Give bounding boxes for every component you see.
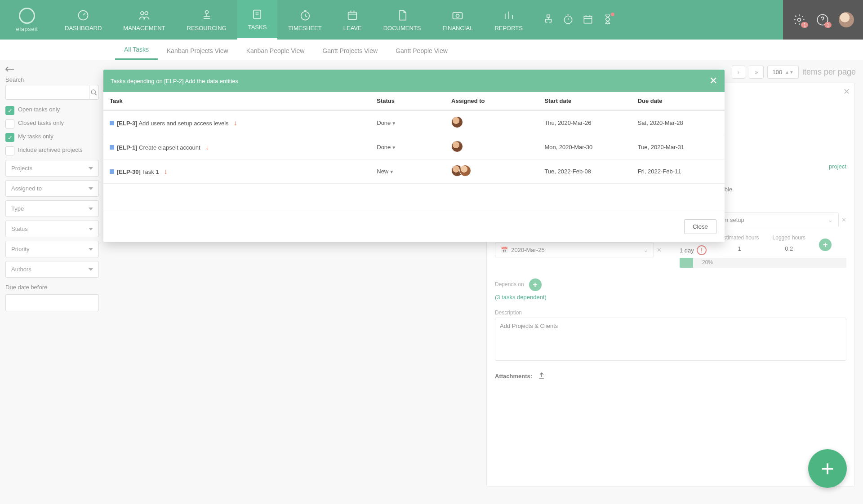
modal-table: Task Status Assigned to Start date Due d…	[103, 92, 725, 184]
svg-rect-7	[453, 13, 463, 19]
avatar	[459, 165, 471, 177]
col-start: Start date	[538, 92, 631, 111]
svg-point-1	[141, 11, 144, 14]
svg-point-12	[798, 18, 801, 22]
task-type-icon	[110, 121, 114, 125]
filter-status[interactable]: Status	[5, 221, 99, 237]
logged-label: Logged hours	[773, 234, 805, 241]
col-status: Status	[370, 92, 445, 111]
tab-kanban-projects[interactable]: Kanban Projects View	[158, 42, 237, 60]
filter-sidebar: Search ✓Open tasks only Closed tasks onl…	[0, 60, 104, 504]
filter-type[interactable]: Type	[5, 200, 99, 217]
nav-dashboard[interactable]: DASHBOARD	[54, 0, 112, 40]
logo[interactable]: elapseit	[0, 0, 54, 40]
svg-point-14	[91, 90, 95, 94]
nav-reports[interactable]: REPORTS	[484, 0, 534, 40]
svg-point-3	[205, 10, 208, 13]
chevron-down-icon	[89, 228, 93, 230]
svg-point-2	[145, 11, 148, 14]
description-input[interactable]: Add Projects & Clients	[495, 318, 846, 361]
modal-title: Tasks depending on [ELP-2] Add the data …	[111, 78, 238, 84]
status-cell[interactable]: Done▼	[370, 135, 445, 159]
help-icon[interactable]: 1	[815, 13, 830, 27]
table-row[interactable]: [ELP-3] Add users and setup access level…	[103, 111, 725, 135]
close-panel-icon[interactable]: ✕	[843, 87, 850, 97]
status-cell[interactable]: Done▼	[370, 111, 445, 135]
clear-activity-icon[interactable]: ✕	[841, 217, 846, 223]
search-label: Search	[5, 76, 99, 83]
tab-all-tasks[interactable]: All Tasks	[115, 40, 158, 60]
nav-leave[interactable]: LEAVE	[333, 0, 373, 40]
attachments-row: Attachments:	[495, 371, 846, 381]
check-my-tasks[interactable]: ✓My tasks only	[5, 133, 99, 142]
nav-right: 1 1	[783, 0, 863, 40]
col-task: Task	[103, 92, 370, 111]
per-page-label: items per page	[802, 67, 856, 77]
avatar	[451, 141, 463, 152]
hourglass-icon[interactable]	[602, 13, 614, 27]
task-type-icon	[110, 145, 114, 150]
filter-priority[interactable]: Priority	[5, 241, 99, 257]
add-hours-button[interactable]: +	[819, 239, 832, 251]
filter-authors[interactable]: Authors	[5, 261, 99, 278]
modal-close-button[interactable]: Close	[684, 219, 716, 234]
user-avatar[interactable]	[839, 12, 854, 27]
filter-projects[interactable]: Projects	[5, 160, 99, 177]
add-dependency-button[interactable]: +	[529, 279, 542, 291]
search-button[interactable]	[89, 85, 99, 100]
brand-text: elapseit	[16, 26, 38, 32]
pager-last[interactable]: »	[749, 66, 764, 79]
tab-gantt-people[interactable]: Gantt People View	[387, 42, 457, 60]
priority-icon: ↓	[233, 119, 237, 127]
progress-bar: 20%	[680, 258, 846, 268]
stopwatch-icon[interactable]	[562, 13, 574, 27]
due-date-label: Due date before	[5, 284, 99, 291]
subtabs: All Tasks Kanban Projects View Kanban Pe…	[0, 40, 863, 60]
table-row[interactable]: [ELP-1] Create elapseit account ↓Done▼Mo…	[103, 135, 725, 159]
settings-icon[interactable]: 1	[792, 13, 806, 27]
svg-rect-4	[254, 10, 261, 19]
nav-documents[interactable]: DOCUMENTS	[373, 0, 432, 40]
check-closed-tasks[interactable]: Closed tasks only	[5, 119, 99, 128]
description-label: Description	[495, 309, 846, 316]
nav-extra-icons	[534, 0, 623, 40]
priority-icon: ↓	[164, 168, 168, 175]
collapse-sidebar-icon[interactable]	[5, 66, 16, 73]
estimated-value: 1	[720, 243, 759, 252]
duration-value: 1 day	[680, 247, 694, 254]
search-input[interactable]	[5, 85, 89, 100]
calendar-icon[interactable]	[582, 13, 594, 27]
check-archived[interactable]: Include archived projects	[5, 146, 99, 155]
project-link[interactable]: project	[829, 163, 846, 170]
tab-gantt-projects[interactable]: Gantt Projects View	[313, 42, 387, 60]
pager-next[interactable]: ›	[732, 66, 745, 79]
logo-icon	[19, 8, 35, 24]
add-task-fab[interactable]: +	[808, 449, 847, 488]
due-date-input[interactable]: 📅 2020-Mar-25⌄	[495, 243, 654, 257]
svg-rect-11	[584, 16, 592, 23]
dependent-tasks-link[interactable]: (3 tasks dependent)	[495, 294, 547, 301]
modal-close-icon[interactable]: ✕	[709, 75, 717, 87]
chevron-down-icon	[89, 248, 93, 251]
org-icon[interactable]	[543, 13, 554, 27]
tab-kanban-people[interactable]: Kanban People View	[237, 42, 314, 60]
table-row[interactable]: [ELP-30] Task 1 ↓New▼Tue, 2022-Feb-08Fri…	[103, 159, 725, 184]
col-assigned: Assigned to	[445, 92, 538, 111]
nav-management[interactable]: MANAGEMENT	[112, 0, 176, 40]
check-open-tasks[interactable]: ✓Open tasks only	[5, 106, 99, 115]
status-cell[interactable]: New▼	[370, 159, 445, 184]
per-page-select[interactable]: 100▲▼	[767, 66, 799, 79]
nav-tasks[interactable]: TASKS	[237, 0, 278, 40]
chevron-down-icon	[89, 167, 93, 170]
logged-value: 0.2	[773, 243, 805, 252]
nav-timesheet[interactable]: TIMESHEET	[277, 0, 332, 40]
svg-rect-6	[348, 12, 357, 19]
nav-resourcing[interactable]: RESOURCING	[176, 0, 237, 40]
upload-icon[interactable]	[538, 371, 546, 381]
estimated-label: Estimated hours	[720, 234, 759, 241]
clear-due-icon[interactable]: ✕	[657, 247, 662, 253]
due-date-input[interactable]	[5, 294, 99, 311]
nav-financial[interactable]: FINANCIAL	[432, 0, 484, 40]
svg-point-8	[456, 14, 459, 17]
filter-assigned[interactable]: Assigned to	[5, 180, 99, 197]
